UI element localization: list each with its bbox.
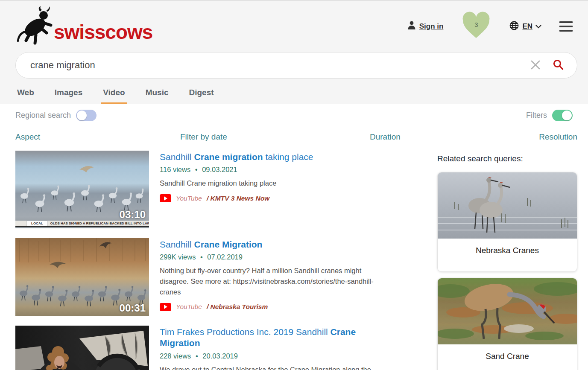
tab-video[interactable]: Video: [101, 85, 126, 104]
video-title[interactable]: Sandhill Crane Migration: [160, 239, 389, 250]
favorites-count: 3: [461, 21, 491, 28]
sign-in-label: Sign in: [419, 22, 444, 31]
related-queries-heading: Related search queries:: [437, 154, 577, 163]
regional-search-label: Regional search: [15, 111, 71, 120]
related-query-label: Sand Crane: [438, 344, 577, 370]
source-name[interactable]: YouTube: [176, 195, 202, 202]
chevron-down-icon: [535, 23, 541, 30]
video-result: 00:31 Sandhill Crane Migration 299K view…: [15, 238, 389, 316]
video-duration: 00:31: [120, 302, 146, 314]
title-highlight: Crane Migration: [194, 239, 263, 249]
tab-images[interactable]: Images: [53, 85, 84, 104]
toggle-row: Regional search Filters: [0, 104, 588, 127]
video-thumbnail[interactable]: 03:10 LOCAL OLDS HAS SIGNED A REPUBLICAN…: [15, 151, 149, 228]
video-description: Sandhill Crane migration taking place: [160, 178, 313, 189]
news-ticker: LOCAL OLDS HAS SIGNED A REPUBLICAN-BACKE…: [15, 221, 149, 227]
video-result: Tim Frakes Productions Inc. 2019 Sandhil…: [15, 326, 389, 370]
view-count: 299K views: [160, 253, 196, 261]
publish-date: 09.03.2021: [202, 166, 237, 173]
clear-search-button[interactable]: [527, 57, 544, 74]
video-title[interactable]: Sandhill Crane migration taking place: [160, 151, 313, 163]
source-channel[interactable]: / Nebraska Tourism: [207, 303, 268, 311]
search-tabs: Web Images Video Music Digest: [0, 85, 588, 104]
video-title[interactable]: Tim Frakes Productions Inc. 2019 Sandhil…: [160, 326, 389, 349]
search-bar: [15, 52, 577, 79]
header: swisscows Sign in 3: [0, 0, 588, 104]
filter-aspect[interactable]: Aspect: [15, 132, 40, 142]
user-icon: [407, 21, 416, 32]
related-query-image: [438, 172, 577, 239]
title-text: Sandhill: [160, 152, 194, 162]
meta-separator: •: [196, 352, 198, 360]
video-duration: 03:10: [120, 209, 146, 221]
video-thumbnail[interactable]: [15, 326, 149, 370]
brand-wordmark: swisscows: [54, 20, 152, 44]
view-count: 228 views: [160, 352, 191, 360]
video-results: 03:10 LOCAL OLDS HAS SIGNED A REPUBLICAN…: [15, 151, 389, 370]
sign-in-button[interactable]: Sign in: [407, 21, 444, 32]
globe-icon: [509, 20, 519, 32]
related-queries-panel: Related search queries:: [437, 151, 577, 370]
menu-button[interactable]: [559, 20, 573, 33]
search-submit-button[interactable]: [550, 56, 567, 75]
close-icon: [530, 59, 541, 72]
video-description: Nothing but fly-over country? Half a mil…: [160, 265, 389, 297]
youtube-icon: [160, 303, 171, 311]
youtube-icon: [160, 194, 171, 202]
swisscows-logo[interactable]: swisscows: [15, 6, 152, 47]
language-selector[interactable]: EN: [509, 20, 541, 32]
video-result: 03:10 LOCAL OLDS HAS SIGNED A REPUBLICAN…: [15, 151, 389, 228]
source-channel[interactable]: / KMTV 3 News Now: [207, 195, 269, 202]
related-query-image: [438, 278, 577, 344]
related-query-label: Nebraska Cranes: [438, 239, 577, 271]
filter-by-date[interactable]: Filter by date: [180, 132, 227, 142]
language-code: EN: [522, 22, 532, 31]
favorites-heart-button[interactable]: 3: [461, 12, 491, 39]
ticker-text: OLDS HAS SIGNED A REPUBLICAN-BACKED BILL…: [50, 221, 149, 225]
filter-bar: Aspect Filter by date Duration Resolutio…: [15, 127, 577, 148]
title-text: Sandhill: [160, 239, 194, 249]
ticker-tag: LOCAL: [26, 221, 48, 226]
search-input[interactable]: [30, 60, 527, 71]
cow-icon: [15, 6, 56, 47]
filters-toggle[interactable]: [552, 110, 573, 121]
publish-date: 20.03.2019: [202, 352, 238, 360]
heart-icon: [461, 33, 491, 40]
video-thumbnail[interactable]: 00:31: [15, 238, 149, 316]
filters-label: Filters: [526, 111, 547, 120]
related-query-card[interactable]: Nebraska Cranes: [437, 172, 577, 272]
publish-date: 07.02.2019: [207, 253, 243, 261]
title-highlight: Crane migration: [194, 152, 263, 162]
title-text: taking place: [263, 152, 313, 162]
meta-separator: •: [195, 166, 198, 173]
tab-digest[interactable]: Digest: [187, 85, 216, 104]
search-icon: [552, 59, 564, 72]
source-name[interactable]: YouTube: [176, 303, 202, 311]
regional-search-toggle[interactable]: [76, 110, 97, 121]
related-query-card[interactable]: Sand Crane: [437, 278, 577, 370]
filter-duration[interactable]: Duration: [370, 132, 401, 142]
tab-music[interactable]: Music: [144, 85, 170, 104]
tab-web[interactable]: Web: [15, 85, 36, 104]
video-description: We drove out to Central Nebraska for the…: [160, 364, 389, 370]
view-count: 116 views: [160, 166, 190, 173]
meta-separator: •: [200, 253, 203, 261]
title-text: Tim Frakes Productions Inc. 2019 Sandhil…: [160, 327, 331, 337]
video-meta: 116 views • 09.03.2021: [160, 166, 313, 174]
video-meta: 299K views • 07.02.2019: [160, 253, 389, 261]
filter-resolution[interactable]: Resolution: [539, 132, 577, 142]
video-meta: 228 views • 20.03.2019: [160, 352, 389, 360]
